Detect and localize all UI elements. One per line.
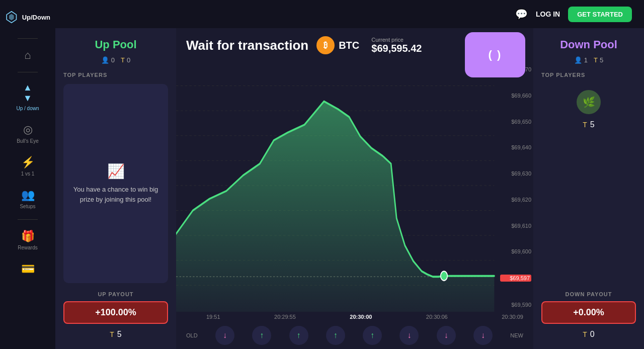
sidebar-item-rewards[interactable]: 🎁 Rewards [0,224,55,256]
sidebar-label-bullseye: Bull's Eye [17,138,39,144]
y-label-5: $69,630 [500,170,531,177]
down-payout-badge: +0.00% [541,301,636,324]
up-pool-top-players-label: TOP PLAYERS [63,72,168,78]
sidebar-label-setups: Setups [20,204,35,209]
down-pool-stats: 👤 1 T 5 [541,56,636,64]
chevron-up-icon-2: ↑ [297,331,301,340]
sidebar-item-home[interactable]: ⌂ [0,43,55,68]
down-pool: Down Pool 👤 1 T 5 TOP PLAYERS 🌿 T 5 DOWN… [533,28,644,349]
arrow-up-4[interactable]: ↑ [363,326,382,345]
chevron-down-icon-2: ↓ [407,331,411,340]
chart-title: Wait for transaction [186,38,308,53]
setups-icon: 👥 [21,189,35,202]
chevron-up-icon: ↑ [260,331,264,340]
up-payout-label: UP PAYOUT [63,291,168,297]
get-started-button[interactable]: GET STARTED [568,7,632,22]
token-icon-left: T [110,330,114,338]
current-price-label: Current price [371,37,422,43]
chart-header: Wait for transaction ₿ BTC Current price… [176,28,533,62]
arrow-down-2[interactable]: ↓ [399,326,419,345]
up-pool-promo-card: 📈 You have a chance to win big prize by … [63,84,168,283]
sidebar-label-updown: Up / down [16,106,39,111]
new-label: NEW [510,332,523,338]
token-icon-down: T [594,56,598,64]
sidebar-label-1vs1: 1 vs 1 [21,171,35,177]
updown-icon: ▲▼ [23,82,32,104]
down-pool-players: 👤 1 [574,56,588,64]
chevron-up-icon-4: ↑ [370,331,374,340]
timer-box: ( ) [465,32,525,77]
player-icon: 👤 [101,56,109,64]
up-payout-badge: +100.00% [63,301,168,324]
y-label-4: $69,640 [500,144,531,150]
sidebar-item-bullseye[interactable]: ◎ Bull's Eye [0,117,55,150]
lightning-icon: ⚡ [21,156,35,169]
arrow-up-2[interactable]: ↑ [289,326,308,345]
sidebar-item-updown[interactable]: ▲▼ Up / down [0,76,55,117]
sidebar-divider-3 [18,219,38,220]
header: 💬 LOG IN GET STARTED [55,0,644,28]
chevron-down-icon: ↓ [223,331,227,340]
up-coin-count: T 5 [63,330,168,339]
sidebar-divider-1 [18,38,38,39]
y-axis-labels: $69,670 $69,660 $69,650 $69,640 $69,630 … [498,62,533,312]
chevron-down-icon-4: ↓ [481,331,485,340]
token-icon-up: T [121,56,125,64]
price-dot [441,271,447,281]
player-icon-down: 👤 [574,56,582,64]
promo-text: You have a chance to win big prize by jo… [70,185,161,204]
up-payout-section: UP PAYOUT +100.00% T 5 [63,283,168,339]
down-payout-label: DOWN PAYOUT [541,291,636,297]
chevron-down-icon-3: ↓ [444,331,448,340]
y-label-7: $69,610 [500,223,531,229]
price-section: Current price $69,595.42 [371,37,422,54]
time-axis: 19:51 20:29:55 20:30:00 20:30:06 20:30:0… [176,312,533,322]
sidebar-label-rewards: Rewards [18,245,37,250]
logo-text: Up/Down [22,14,50,21]
time-5: 20:30:09 [502,314,523,320]
sidebar-logo[interactable]: Up/Down [0,0,55,34]
arrow-up-1[interactable]: ↑ [252,326,271,345]
home-icon: ⌂ [24,49,31,62]
arrow-down-3[interactable]: ↓ [437,326,456,345]
y-label-3: $69,650 [500,119,531,125]
main-content: Up Pool 👤 0 T 0 TOP PLAYERS 📈 You have a… [55,28,644,349]
sidebar-item-wallet[interactable]: 💳 [0,256,55,282]
discord-icon[interactable]: 💬 [515,8,528,20]
current-price-value: $69,595.42 [371,43,422,54]
old-label: OLD [186,332,198,338]
bullseye-icon: ◎ [23,123,33,136]
time-2: 20:29:55 [274,314,296,320]
sidebar-item-setups[interactable]: 👥 Setups [0,183,55,215]
y-label-6: $69,620 [500,197,531,203]
down-pool-title: Down Pool [541,38,636,51]
chart-inner [176,62,533,312]
token-icon-player: T [583,121,587,129]
arrow-down-4[interactable]: ↓ [473,326,493,345]
y-label-current: $69,597 [500,275,531,282]
up-pool-stats: 👤 0 T 0 [63,56,168,64]
login-button[interactable]: LOG IN [536,10,560,18]
rewards-icon: 🎁 [21,230,35,243]
arrow-down-1[interactable]: ↓ [215,326,234,345]
down-pool-tokens: T 5 [594,56,603,64]
wallet-icon: 💳 [21,263,35,276]
time-4: 20:30:06 [426,314,448,320]
btc-icon: ₿ [316,36,335,54]
up-pool-title: Up Pool [63,38,168,51]
sidebar-divider-2 [18,72,38,72]
y-label-8: $69,600 [500,248,531,254]
svg-marker-1 [9,14,14,21]
up-pool-tokens: T 0 [121,56,130,64]
time-3: 20:30:00 [350,314,372,320]
sidebar-item-1vs1[interactable]: ⚡ 1 vs 1 [0,150,55,183]
promo-icon: 📈 [107,163,125,180]
btc-label: BTC [339,40,359,51]
time-1: 19:51 [206,314,220,320]
sidebar: Up/Down ⌂ ▲▼ Up / down ◎ Bull's Eye ⚡ 1 … [0,0,55,349]
arrow-up-3[interactable]: ↑ [326,326,345,345]
down-payout-section: DOWN PAYOUT +0.00% T 0 [541,283,636,339]
player-avatar: 🌿 [577,90,601,114]
y-label-2: $69,660 [500,93,531,99]
token-icon-right: T [583,330,587,338]
